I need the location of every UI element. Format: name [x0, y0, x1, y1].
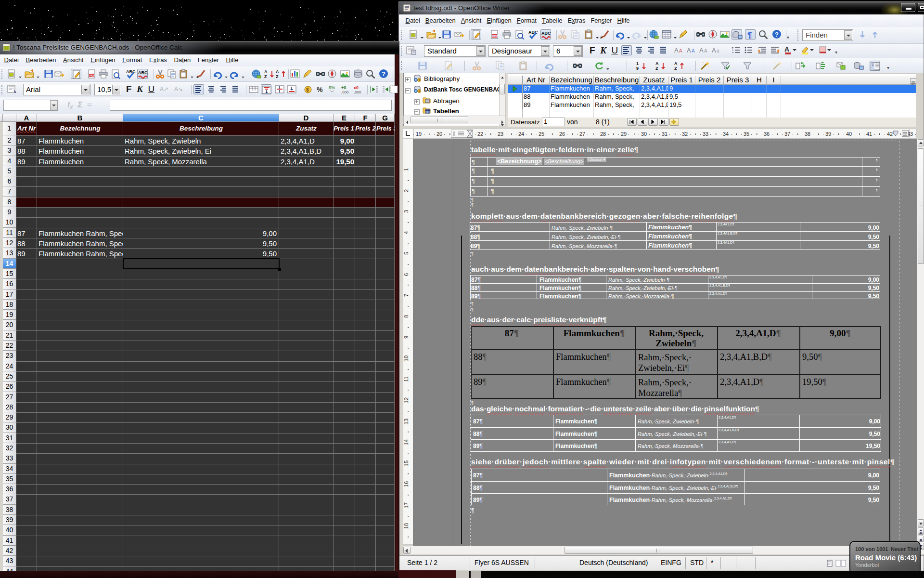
svg-text:8: 8	[403, 315, 409, 318]
svg-text:9: 9	[403, 336, 409, 339]
svg-text:,000: ,000	[341, 90, 349, 94]
svg-text:38: 38	[805, 131, 810, 137]
svg-text:22: 22	[477, 131, 483, 137]
svg-text:12: 12	[403, 397, 409, 403]
svg-text:Z: Z	[674, 66, 677, 71]
svg-text:23: 23	[498, 131, 503, 137]
svg-text:20: 20	[436, 131, 442, 137]
svg-text:Z: Z	[276, 74, 279, 79]
svg-text:14: 14	[403, 439, 409, 445]
svg-text:28: 28	[600, 131, 606, 137]
svg-text:17: 17	[403, 502, 409, 508]
svg-text:29: 29	[621, 131, 627, 137]
svg-text:30: 30	[641, 131, 647, 137]
svg-text:40: 40	[846, 131, 852, 137]
svg-text:3: 3	[403, 210, 409, 213]
svg-text:9: 9	[636, 66, 639, 71]
svg-text:6: 6	[403, 273, 409, 276]
svg-text:4: 4	[403, 231, 409, 234]
svg-text:Α: Α	[699, 47, 704, 54]
svg-text:25: 25	[539, 131, 544, 137]
svg-text:A: A	[655, 61, 659, 66]
svg-text:¶: ¶	[747, 31, 752, 40]
svg-text:31: 31	[662, 131, 667, 137]
svg-text:1: 1	[403, 168, 409, 171]
svg-text:A: A	[674, 61, 678, 66]
svg-text:36: 36	[764, 131, 770, 137]
svg-text:7: 7	[403, 294, 409, 297]
svg-text:37: 37	[784, 131, 790, 137]
svg-text:Z: Z	[264, 74, 267, 79]
svg-text:?: ?	[775, 31, 779, 38]
svg-text:33: 33	[703, 131, 708, 137]
svg-text:ABC: ABC	[528, 30, 538, 35]
svg-text:2: 2	[403, 189, 409, 192]
svg-text:A↘: A↘	[174, 86, 183, 92]
svg-text:1: 1	[732, 47, 733, 50]
svg-text:41: 41	[866, 131, 872, 137]
svg-text:1: 1	[636, 61, 639, 66]
svg-text:16: 16	[403, 481, 409, 487]
svg-text:15: 15	[403, 460, 409, 466]
svg-text:$%: $%	[329, 85, 335, 90]
svg-text:11: 11	[403, 376, 409, 381]
svg-text:A: A	[784, 45, 789, 53]
svg-text:+0: +0	[341, 85, 346, 90]
svg-text:$: $	[306, 87, 309, 92]
svg-text:ABC: ABC	[138, 70, 148, 75]
svg-text:32: 32	[682, 131, 688, 137]
svg-text:34: 34	[723, 131, 729, 137]
svg-text:A: A	[679, 48, 682, 53]
svg-text:10: 10	[403, 355, 409, 361]
svg-text:A: A	[687, 47, 691, 54]
svg-text:24: 24	[518, 131, 524, 137]
svg-text:,000: ,000	[354, 90, 361, 94]
svg-text:19: 19	[416, 131, 422, 137]
svg-text:A: A	[712, 47, 716, 54]
svg-text:a: a	[717, 48, 719, 53]
svg-text:26: 26	[559, 131, 565, 137]
svg-text:PDF: PDF	[492, 35, 498, 38]
svg-text:35: 35	[744, 131, 749, 137]
svg-text:39: 39	[825, 131, 831, 137]
svg-text:ABC: ABC	[541, 31, 551, 36]
svg-text:A: A	[674, 47, 679, 54]
svg-text:A: A	[704, 48, 707, 53]
svg-text:%: %	[317, 86, 323, 93]
svg-text:18: 18	[403, 523, 409, 529]
svg-text:A↗: A↗	[160, 86, 168, 92]
svg-text:A: A	[692, 48, 695, 53]
svg-text:x0: x0	[354, 85, 359, 90]
svg-text:Z: Z	[655, 66, 658, 71]
svg-text:A: A	[264, 69, 268, 74]
svg-text:27: 27	[579, 131, 585, 137]
svg-text:A: A	[276, 69, 279, 74]
svg-text:PDF: PDF	[90, 74, 95, 77]
svg-text:?: ?	[382, 70, 385, 78]
svg-text:13: 13	[403, 419, 409, 424]
svg-text:ABC: ABC	[126, 69, 136, 74]
svg-text:5: 5	[403, 252, 409, 255]
